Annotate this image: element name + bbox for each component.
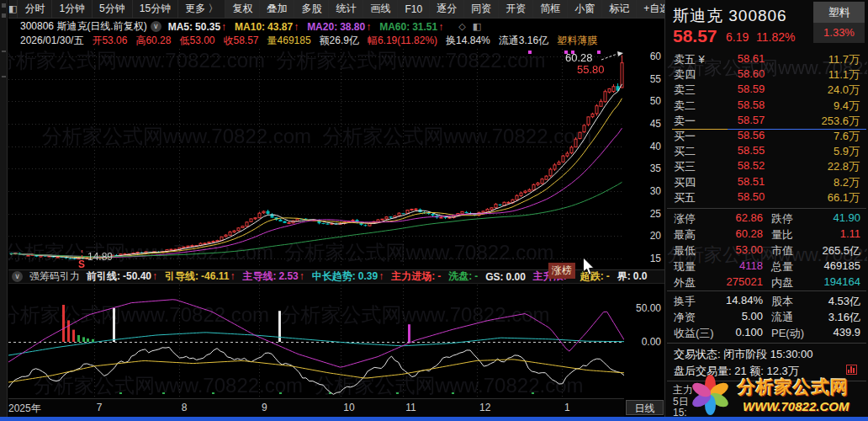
period-tab-daily[interactable]: 日线 xyxy=(626,400,664,415)
chevron-down-icon[interactable]: ∨ xyxy=(151,21,161,32)
stat-label: 涨停 xyxy=(674,211,696,226)
menu-button-3[interactable]: 多股 xyxy=(294,0,329,18)
info-segment-7: 额26.9亿 xyxy=(320,34,359,48)
menu-button-7[interactable]: 逐分 xyxy=(430,0,464,18)
level-label: 卖二 xyxy=(674,99,696,114)
stat-label: 净资 xyxy=(674,310,696,325)
stat-value: 265.5亿 xyxy=(822,243,860,258)
industry-name: 塑料 xyxy=(813,2,865,23)
level-price: 58.59 xyxy=(726,83,776,95)
menu-button-12[interactable]: 标记 xyxy=(602,0,637,18)
stat-label: 最高 xyxy=(674,227,696,242)
low-price-annotation: 14.89 xyxy=(87,251,113,263)
level-volume: 8.2万 xyxy=(834,175,860,190)
layout-icon[interactable]: ◧ xyxy=(473,21,481,32)
price-tick-45: 45 xyxy=(624,118,661,130)
stat-value: 14.84% xyxy=(716,294,763,306)
level-label: 卖三 xyxy=(674,83,696,98)
menu-tab-1[interactable]: 分时 xyxy=(18,0,52,18)
menu-tab-3[interactable]: 5分钟 xyxy=(93,0,133,18)
level-label: 卖五 ¥ xyxy=(674,52,705,67)
mid-line-yellow xyxy=(672,129,728,130)
level-volume: 22.8万 xyxy=(828,159,860,174)
indicator-item-6: 洗盘:- xyxy=(448,269,478,284)
window-layout-icon[interactable]: ◧ xyxy=(8,0,18,18)
order-book-row-sell-3[interactable]: 卖三58.5924.0万 xyxy=(665,83,868,98)
ma-value-2: MA10:43.87↑ xyxy=(235,21,299,33)
order-book-row-buy-4[interactable]: 买四58.518.2万 xyxy=(665,175,868,190)
stat-value: 41.90 xyxy=(833,211,860,224)
menu-button-1[interactable]: 复权 xyxy=(225,0,260,18)
main-candlestick-chart[interactable] xyxy=(8,49,624,268)
stat-label: 外盘 xyxy=(674,275,696,290)
rank-badge[interactable]: 涨榜 xyxy=(548,263,575,279)
industry-badge[interactable]: 塑料 1.33% xyxy=(813,2,865,44)
menu-button-4[interactable]: 统计 xyxy=(329,0,363,18)
stat-row: 最低53.00市值265.5亿 xyxy=(665,243,868,259)
time-tick-8: 1 xyxy=(564,402,570,413)
order-book-row-sell-4[interactable]: 卖二58.589.4万 xyxy=(665,99,868,114)
stat-label: 内盘 xyxy=(771,275,793,290)
top-menu-bar: ◧分时1分钟5分钟15分钟更多 〉复权叠加多股统计画线F10逐分同资开资简框小窗… xyxy=(8,0,664,19)
order-book-row-buy-5[interactable]: 买五58.5066.1万 xyxy=(665,190,868,205)
stat-row: 净资5.00流通3.16亿 xyxy=(665,310,868,326)
time-tick-2: 7 xyxy=(97,402,103,413)
info-segment-11[interactable]: 塑料薄膜 xyxy=(557,34,597,48)
time-axis: 2025年7891011121 xyxy=(8,398,624,417)
chevron-down-icon[interactable]: ∨ xyxy=(12,271,23,282)
separator xyxy=(667,290,866,291)
order-book-row-buy-3[interactable]: 买三58.5222.8万 xyxy=(665,159,868,174)
site-logo-url: WWW.70822.COM xyxy=(743,399,849,413)
left-strip-tick xyxy=(2,76,6,77)
menu-button-5[interactable]: 画线 xyxy=(363,0,398,18)
level-price: 58.51 xyxy=(726,175,776,188)
indicator-sub-chart[interactable] xyxy=(8,285,624,397)
mid-line-blue xyxy=(728,129,866,130)
order-book-row-sell-5[interactable]: 卖一58.57253.6万 xyxy=(665,114,868,129)
last-price: 58.57 xyxy=(673,26,717,46)
volume-chart-icon[interactable] xyxy=(846,365,857,375)
indicator-tick-0: 0.00 xyxy=(624,336,661,348)
order-book-row-sell-2[interactable]: 卖四58.6011.1万 xyxy=(665,67,868,83)
stat-value: 469185 xyxy=(824,259,860,272)
menu-tab-4[interactable]: 15分钟 xyxy=(133,0,178,18)
left-strip-icon xyxy=(2,3,6,8)
price-tick-40: 40 xyxy=(624,141,661,152)
indicator-item-4: 中长趋势:0.39↑ xyxy=(312,269,384,284)
menu-tab-2[interactable]: 1分钟 xyxy=(52,0,93,18)
level-price: 58.56 xyxy=(726,129,776,141)
signal-dot xyxy=(597,51,601,54)
up-arrow-icon: ↑ xyxy=(299,270,304,282)
bottom-taskbar-strip xyxy=(0,417,868,421)
menu-tab-5[interactable]: 更多 〉 xyxy=(178,0,225,18)
right-quote-panel: 斯迪克 300806 58.57 6.19 11.82% 塑料 1.33% 卖五… xyxy=(665,0,868,417)
industry-change: 1.33% xyxy=(813,23,865,43)
time-tick-4: 9 xyxy=(262,402,267,413)
menu-button-9[interactable]: 开资 xyxy=(499,0,533,18)
stat-label: 市值 xyxy=(771,243,793,258)
sell-marker-dash xyxy=(82,250,82,258)
level-volume: 253.6万 xyxy=(821,114,860,129)
menu-button-2[interactable]: 叠加 xyxy=(260,0,294,18)
level-volume: 7.6万 xyxy=(834,129,860,144)
left-toolbar-strip[interactable] xyxy=(0,0,8,417)
ma-value-4: MA60:31.51↑ xyxy=(379,21,443,33)
stat-value: 62.86 xyxy=(716,211,763,224)
menu-button-6[interactable]: F10 xyxy=(398,0,430,18)
menu-button-11[interactable]: 小窗 xyxy=(568,0,602,18)
level-price: 58.61 xyxy=(726,52,776,65)
menu-button-8[interactable]: 同资 xyxy=(464,0,499,18)
level-volume: 11.1万 xyxy=(828,67,860,83)
indicator-tick-50: 50.00 xyxy=(624,302,661,314)
level-price: 58.60 xyxy=(726,67,776,80)
menu-button-10[interactable]: 简框 xyxy=(533,0,568,18)
up-arrow-icon: ↑ xyxy=(152,270,157,282)
order-book-row-buy-2[interactable]: 买二58.555.9万 xyxy=(665,144,868,159)
up-arrow-icon: ↑ xyxy=(438,21,443,33)
trading-app-window: ◧分时1分钟5分钟15分钟更多 〉复权叠加多股统计画线F10逐分同资开资简框小窗… xyxy=(0,0,868,421)
stat-row: 收益(三)0.100PE(动)439.9 xyxy=(665,326,868,342)
order-book-row-sell-1[interactable]: 卖五 ¥58.6111.7万 xyxy=(665,52,868,67)
order-book-row-buy-1[interactable]: 买一58.567.6万 xyxy=(665,129,868,144)
high-price-annotation: 60.28 xyxy=(565,51,593,64)
diamond-icon[interactable]: ◇ xyxy=(458,21,465,32)
